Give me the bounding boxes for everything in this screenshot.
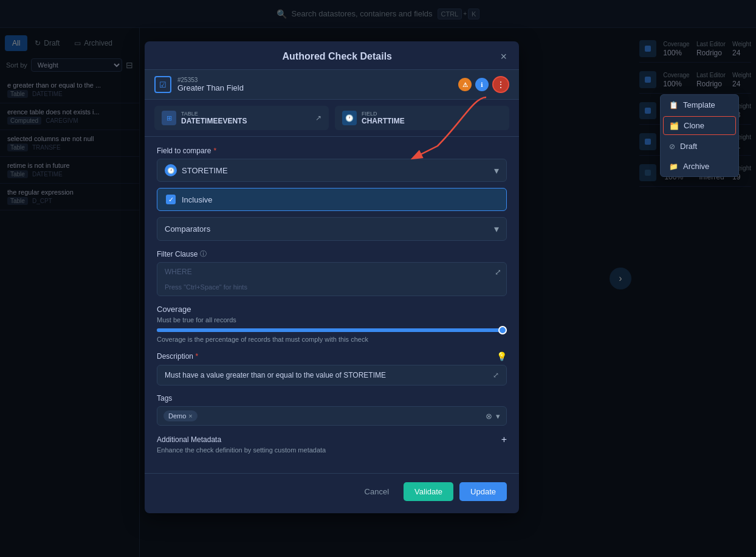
coverage-slider[interactable] <box>157 328 507 332</box>
check-name: Greater Than Field <box>177 83 452 92</box>
filter-expand-icon[interactable]: ⤢ <box>495 268 501 277</box>
update-button[interactable]: Update <box>459 482 507 501</box>
draft-icon: ⊘ <box>669 142 675 151</box>
field-compare-icon: 🕐 <box>165 164 177 176</box>
dropdown-item-draft[interactable]: ⊘ Draft <box>661 136 738 156</box>
desc-required: * <box>195 352 198 361</box>
metadata-sub: Enhance the check definition by setting … <box>157 446 507 454</box>
desc-lightbulb-icon[interactable]: 💡 <box>497 351 507 361</box>
filter-clause-section: Filter Clause ⓘ WHERE Press "Ctrl+Space"… <box>157 249 507 296</box>
filter-info-icon[interactable]: ⓘ <box>200 249 207 258</box>
field-icon: 🕐 <box>342 111 357 125</box>
desc-expand-icon[interactable]: ⤢ <box>493 371 499 379</box>
inclusive-checkbox[interactable]: ✓ <box>166 195 176 204</box>
metadata-header: Additional Metadata + <box>157 434 507 445</box>
table-info: Table DATETIMEEVENTS <box>181 111 311 125</box>
action-dropdown-menu: 📋 Template 🗂️ Clone ⊘ Draft 📁 Archive <box>660 94 739 177</box>
draft-label: Draft <box>680 142 697 151</box>
modal-close-button[interactable]: × <box>500 51 507 62</box>
action-menu-button[interactable]: ⋮ <box>492 76 509 93</box>
check-info-text: #25353 Greater Than Field <box>177 77 452 92</box>
inclusive-label: Inclusive <box>182 195 213 204</box>
check-icon: ☑ <box>154 76 171 93</box>
check-id: #25353 <box>177 77 452 83</box>
tags-section: Tags Demo × ⊗ ▾ <box>157 394 507 426</box>
filter-clause-label: Filter Clause ⓘ <box>157 249 507 258</box>
coverage-sub: Must be true for all records <box>157 316 507 323</box>
clone-label: Clone <box>684 121 704 130</box>
table-icon: ⊞ <box>162 111 176 125</box>
metadata-title: Additional Metadata <box>157 435 221 444</box>
comparators-label: Comparators <box>165 224 494 234</box>
coverage-info: Coverage is the percentage of records th… <box>157 336 507 343</box>
check-info-row: ☑ #25353 Greater Than Field ⚠ ℹ ⋮ <box>145 70 519 100</box>
desc-header: Description * 💡 <box>157 351 507 361</box>
table-value: DATETIMEEVENTS <box>181 117 311 125</box>
tags-clear-button[interactable]: ⊗ <box>486 412 492 421</box>
dropdown-item-template[interactable]: 📋 Template <box>661 95 738 115</box>
template-icon: 📋 <box>669 101 678 109</box>
field-compare-value: STORETIME <box>182 166 228 175</box>
modal-header: Authored Check Details × <box>145 41 519 70</box>
description-section: Description * 💡 Must have a value greate… <box>157 351 507 386</box>
coverage-section: Coverage Must be true for all records Co… <box>157 305 507 343</box>
description-value: Must have a value greater than or equal … <box>165 371 386 379</box>
filter-placeholder: WHERE <box>165 268 499 276</box>
field-box[interactable]: 🕐 Field CHARTTIME <box>335 106 509 130</box>
field-value: CHARTTIME <box>362 117 502 125</box>
field-info: Field CHARTTIME <box>362 111 502 125</box>
required-indicator: * <box>213 147 216 155</box>
dropdown-item-archive[interactable]: 📁 Archive <box>661 156 738 176</box>
tag-label: Demo <box>168 412 186 420</box>
comparators-arrow-icon: ▾ <box>494 223 499 235</box>
tags-dropdown-icon[interactable]: ▾ <box>496 412 500 421</box>
table-box[interactable]: ⊞ Table DATETIMEEVENTS ↗ <box>154 106 329 130</box>
coverage-title: Coverage <box>157 305 507 314</box>
description-input[interactable]: Must have a value greater than or equal … <box>157 365 507 386</box>
coverage-thumb <box>498 326 507 334</box>
modal-footer: Cancel Validate Update <box>145 473 519 501</box>
dropdown-item-clone[interactable]: 🗂️ Clone <box>663 116 736 135</box>
tag-demo: Demo × <box>163 410 198 421</box>
field-compare-select[interactable]: 🕐 STORETIME ▾ <box>157 159 507 182</box>
inclusive-row[interactable]: ✓ Inclusive <box>157 188 507 211</box>
metadata-section: Additional Metadata + Enhance the check … <box>157 434 507 454</box>
template-label: Template <box>683 100 715 109</box>
clone-icon: 🗂️ <box>670 122 679 130</box>
modal-title: Authored Check Details <box>174 51 500 62</box>
coverage-fill <box>157 328 507 332</box>
table-label: Table <box>181 111 311 117</box>
check-actions: ⚠ ℹ ⋮ <box>458 76 509 93</box>
field-label: Field <box>362 111 502 117</box>
tags-label: Tags <box>157 394 507 403</box>
field-compare-arrow: ▾ <box>494 165 499 176</box>
modal-body: Field to compare * 🕐 STORETIME ▾ ✓ Inclu… <box>145 137 519 473</box>
field-compare-label: Field to compare * <box>157 147 507 155</box>
validate-button[interactable]: Validate <box>404 482 453 501</box>
desc-label: Description * <box>157 352 198 361</box>
authored-check-modal: Authored Check Details × ☑ #25353 Greate… <box>145 41 519 513</box>
archive-icon: 📁 <box>669 162 678 171</box>
filter-hint: Press "Ctrl+Space" for hints <box>165 283 499 291</box>
comparators-select[interactable]: Comparators ▾ <box>157 217 507 241</box>
archive-label: Archive <box>683 162 709 171</box>
table-field-row: ⊞ Table DATETIMEEVENTS ↗ 🕐 Field CHARTTI… <box>145 100 519 137</box>
tags-input[interactable]: Demo × ⊗ ▾ <box>157 406 507 426</box>
filter-input[interactable]: WHERE Press "Ctrl+Space" for hints ⤢ <box>157 262 507 296</box>
metadata-add-button[interactable]: + <box>501 434 507 445</box>
info-badge: ℹ <box>475 78 489 91</box>
table-link-icon[interactable]: ↗ <box>315 114 321 122</box>
tag-remove-icon[interactable]: × <box>188 412 192 420</box>
warning-badge: ⚠ <box>458 78 472 91</box>
cancel-button[interactable]: Cancel <box>356 482 397 501</box>
